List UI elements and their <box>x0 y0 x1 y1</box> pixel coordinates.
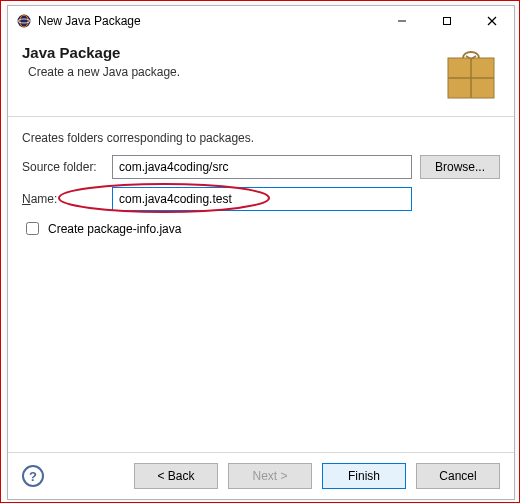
next-button: Next > <box>228 463 312 489</box>
titlebar: New Java Package <box>8 6 514 36</box>
source-folder-label: Source folder: <box>22 160 112 174</box>
create-package-info-checkbox-box[interactable] <box>26 222 39 235</box>
close-button[interactable] <box>469 6 514 36</box>
dialog-subheading: Create a new Java package. <box>28 65 442 79</box>
name-label: Name: <box>22 192 112 206</box>
window-title: New Java Package <box>38 14 379 28</box>
finish-button[interactable]: Finish <box>322 463 406 489</box>
dialog-body: Creates folders corresponding to package… <box>8 117 514 452</box>
minimize-button[interactable] <box>379 6 424 36</box>
dialog-header: Java Package Create a new Java package. <box>8 36 514 117</box>
body-description: Creates folders corresponding to package… <box>22 131 500 145</box>
dialog-heading: Java Package <box>22 44 442 61</box>
help-button[interactable]: ? <box>22 465 44 487</box>
eclipse-icon <box>16 13 32 29</box>
cancel-button[interactable]: Cancel <box>416 463 500 489</box>
back-button[interactable]: < Back <box>134 463 218 489</box>
svg-rect-4 <box>443 18 450 25</box>
create-package-info-checkbox[interactable]: Create package-info.java <box>22 219 500 238</box>
browse-button[interactable]: Browse... <box>420 155 500 179</box>
maximize-button[interactable] <box>424 6 469 36</box>
dialog-footer: ? < Back Next > Finish Cancel <box>8 452 514 499</box>
package-icon <box>442 44 500 102</box>
create-package-info-label: Create package-info.java <box>48 222 181 236</box>
dialog-window: New Java Package Java Package Create a n… <box>7 5 515 500</box>
source-folder-input[interactable] <box>112 155 412 179</box>
name-input[interactable] <box>112 187 412 211</box>
